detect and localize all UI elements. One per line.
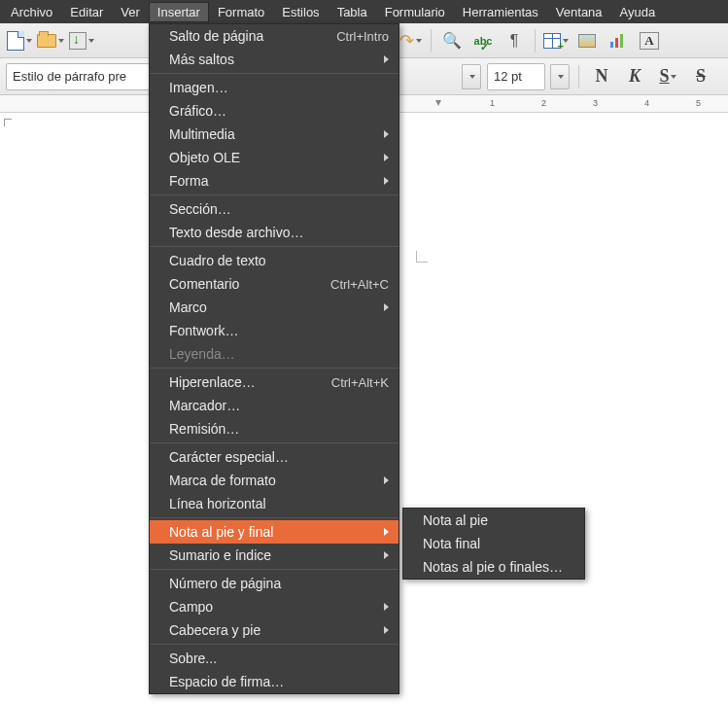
menu-item-marca-de-formato[interactable]: Marca de formato [150, 469, 399, 492]
insert-chart-button[interactable] [605, 27, 632, 54]
menu-item-grafico[interactable]: Gráfico… [150, 99, 399, 123]
submenu-arrow-icon [384, 130, 389, 138]
font-name-dropdown[interactable] [462, 64, 481, 89]
menu-item-remision[interactable]: Remisión… [150, 417, 399, 440]
toolbar-separator [578, 65, 579, 88]
menu-item-label: Marcador… [169, 398, 389, 413]
menu-item-comentario[interactable]: ComentarioCtrl+Alt+C [150, 272, 399, 296]
redo-button[interactable]: ↷ [397, 27, 424, 54]
underline-label: S [659, 66, 669, 87]
submenu-arrow-icon [384, 626, 389, 634]
submenu-arrow-icon [384, 551, 389, 559]
font-size-combo[interactable]: 12 pt [487, 63, 545, 90]
ruler-mark: 5 [696, 98, 701, 108]
menu-item-hiperenlace[interactable]: Hiperenlace…Ctrl+Alt+K [150, 370, 399, 394]
menu-ventana[interactable]: Ventana [547, 2, 611, 22]
underline-button[interactable]: S [654, 63, 681, 90]
menu-tabla[interactable]: Tabla [329, 2, 376, 22]
insert-menu-dropdown: Salto de páginaCtrl+Intro Más saltos Ima… [149, 23, 399, 694]
menu-item-linea-horizontal[interactable]: Línea horizontal [150, 492, 399, 515]
submenu-arrow-icon [384, 476, 389, 484]
submenu-arrow-icon [384, 603, 389, 611]
menu-separator [150, 368, 399, 369]
submenu-arrow-icon [384, 303, 389, 311]
chart-icon [610, 34, 626, 48]
menu-separator [150, 442, 399, 443]
folder-icon [37, 34, 56, 48]
page-corner-marker [4, 119, 12, 126]
menu-ayuda[interactable]: Ayuda [611, 2, 665, 22]
menu-item-forma[interactable]: Forma [150, 169, 399, 193]
menu-item-texto-desde-archivo[interactable]: Texto desde archivo… [150, 221, 399, 244]
menu-item-label: Sección… [169, 201, 389, 217]
submenu-arrow-icon [384, 528, 389, 536]
menu-item-nota-al-pie-y-final[interactable]: Nota al pie y final [150, 520, 399, 544]
menu-item-espacio-de-firma[interactable]: Espacio de firma… [150, 670, 399, 693]
menu-formulario[interactable]: Formulario [376, 2, 454, 22]
menu-herramientas[interactable]: Herramientas [454, 2, 547, 22]
menu-formato[interactable]: Formato [209, 2, 273, 22]
menu-item-label: Remisión… [169, 421, 389, 437]
menu-item-label: Notas al pie o finales… [423, 559, 574, 575]
menu-item-objeto-ole[interactable]: Objeto OLE [150, 146, 399, 169]
pilcrow-icon: ¶ [510, 32, 519, 50]
menu-item-accel: Ctrl+Alt+C [330, 277, 389, 292]
bold-button[interactable]: N [588, 63, 615, 90]
menu-item-mas-saltos[interactable]: Más saltos [150, 48, 399, 71]
menu-item-label: Más saltos [169, 52, 376, 67]
paragraph-style-combo[interactable]: Estilo de párrafo pre [6, 63, 150, 90]
ruler-mark: 3 [593, 98, 598, 108]
menu-insertar[interactable]: Insertar [149, 2, 209, 22]
menu-item-fontwork[interactable]: Fontwork… [150, 319, 399, 342]
menu-archivo[interactable]: Archivo [2, 2, 61, 22]
menu-item-marcador[interactable]: Marcador… [150, 394, 399, 417]
submenu-item-notas-al-pie-o-finales[interactable]: Notas al pie o finales… [403, 555, 584, 579]
menu-item-label: Objeto OLE [169, 150, 376, 165]
menu-item-numero-de-pagina[interactable]: Número de página [150, 572, 399, 595]
insert-table-button[interactable]: + [542, 27, 570, 54]
menu-item-caracter-especial[interactable]: Carácter especial… [150, 445, 399, 469]
menu-item-cuadro-de-texto[interactable]: Cuadro de texto [150, 249, 399, 272]
menu-item-marco[interactable]: Marco [150, 296, 399, 319]
menu-item-cabecera-y-pie[interactable]: Cabecera y pie [150, 618, 399, 642]
menu-ver[interactable]: Ver [112, 2, 149, 22]
menu-item-multimedia[interactable]: Multimedia [150, 123, 399, 146]
menu-item-label: Hiperenlace… [169, 374, 322, 390]
open-button[interactable] [37, 27, 64, 54]
menu-separator [150, 73, 399, 74]
save-icon [69, 32, 87, 50]
strikethrough-button[interactable]: S [687, 63, 714, 90]
menu-separator [150, 246, 399, 247]
menu-item-sumario-e-indice[interactable]: Sumario e índice [150, 544, 399, 567]
save-button[interactable] [68, 27, 95, 54]
formatting-marks-button[interactable]: ¶ [501, 27, 528, 54]
spellcheck-button[interactable]: abc [469, 27, 497, 54]
image-icon [578, 34, 596, 48]
submenu-item-nota-al-pie[interactable]: Nota al pie [403, 509, 584, 532]
menubar: Archivo Editar Ver Insertar Formato Esti… [0, 0, 728, 23]
insert-image-button[interactable] [573, 27, 601, 54]
ruler-mark: 1 [490, 98, 495, 108]
insert-textbox-button[interactable]: A [636, 27, 663, 54]
menu-item-imagen[interactable]: Imagen… [150, 76, 399, 99]
font-size-dropdown[interactable] [550, 64, 570, 89]
toolbar-separator [535, 29, 536, 53]
menu-estilos[interactable]: Estilos [273, 2, 328, 22]
menu-item-sobre[interactable]: Sobre... [150, 647, 399, 670]
find-button[interactable]: 🔍 [438, 27, 466, 54]
menu-separator [150, 194, 399, 195]
menu-separator [150, 517, 399, 518]
ruler-mark: 2 [541, 98, 546, 108]
menu-item-label: Marco [169, 299, 376, 315]
menu-item-seccion[interactable]: Sección… [150, 197, 399, 221]
menu-item-leyenda: Leyenda… [150, 342, 399, 366]
menu-item-campo[interactable]: Campo [150, 595, 399, 618]
ruler-mark: 4 [644, 98, 649, 108]
submenu-item-nota-final[interactable]: Nota final [403, 532, 584, 555]
menu-item-label: Imagen… [169, 80, 389, 95]
new-document-button[interactable] [6, 27, 33, 54]
menu-item-salto-de-pagina[interactable]: Salto de páginaCtrl+Intro [150, 24, 399, 48]
tab-marker-icon: ▾ [435, 95, 441, 109]
italic-button[interactable]: K [621, 63, 648, 90]
menu-editar[interactable]: Editar [61, 2, 112, 22]
